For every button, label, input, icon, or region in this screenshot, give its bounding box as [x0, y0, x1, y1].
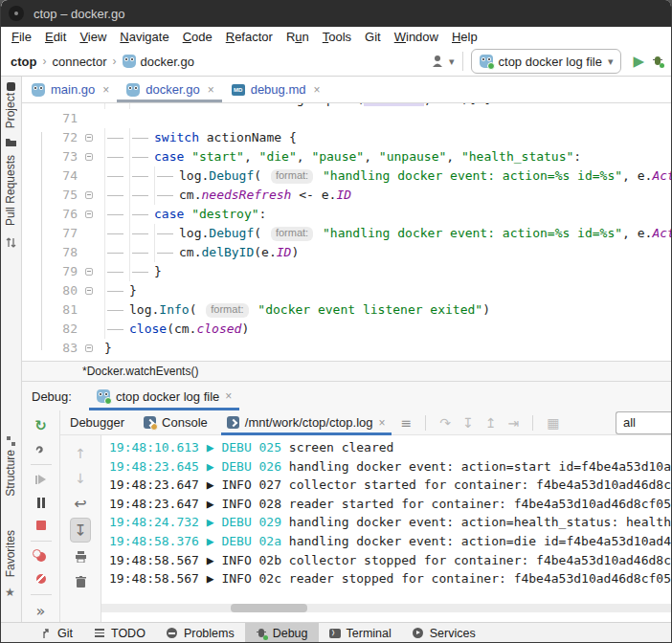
breadcrumb-folder[interactable]: connector — [52, 55, 106, 69]
gutter-line[interactable]: 77 — [22, 224, 104, 243]
tool-button-project[interactable]: Project — [4, 93, 17, 128]
horizontal-scrollbar[interactable] — [101, 604, 672, 612]
run-button[interactable]: ▶ — [633, 53, 644, 70]
statusbar-services[interactable]: Services — [402, 623, 486, 643]
fold-marker-icon[interactable] — [85, 287, 93, 295]
more-icon[interactable]: » — [22, 599, 59, 622]
fold-marker-icon[interactable] — [85, 153, 93, 161]
statusbar-problems[interactable]: Problems — [156, 623, 245, 643]
soft-wrap-icon[interactable]: ↩ — [74, 493, 86, 514]
resume-icon[interactable] — [22, 468, 59, 491]
statusbar-todo[interactable]: TODO — [83, 623, 156, 643]
tab-debugger[interactable]: Debugger — [60, 410, 134, 435]
down-arrow-icon[interactable]: ↓ — [75, 468, 86, 489]
tab-debug-md[interactable]: MD debug.md × — [222, 77, 328, 102]
print-icon[interactable] — [75, 546, 87, 567]
evaluate-expression-icon[interactable]: ▦ — [541, 415, 565, 431]
up-arrow-icon[interactable]: ↑ — [75, 443, 86, 464]
ide-window: ctop – docker.go FileEditViewNavigateCod… — [0, 0, 672, 643]
breadcrumb-file[interactable]: docker.go — [141, 55, 194, 69]
gutter-line[interactable]: 73 — [22, 147, 104, 166]
settings-wrench-icon[interactable] — [22, 437, 59, 460]
close-icon[interactable]: × — [313, 83, 320, 97]
pause-icon[interactable] — [22, 491, 59, 514]
tab-whitespace — [104, 320, 129, 339]
close-icon[interactable]: × — [378, 416, 385, 430]
close-icon[interactable]: × — [102, 83, 109, 97]
gutter-line[interactable]: 80 — [22, 281, 104, 300]
layout-menu-icon[interactable]: ≡ — [395, 415, 418, 431]
step-out-icon[interactable]: ↥ — [480, 415, 503, 431]
menu-navigate[interactable]: Navigate — [113, 30, 175, 44]
fold-marker-icon[interactable] — [85, 191, 93, 199]
tool-button-structure[interactable]: Structure — [4, 450, 17, 497]
gutter-line[interactable]: 83 — [22, 339, 104, 358]
tab-main-go[interactable]: main.go × — [22, 77, 117, 102]
view-breakpoints-icon[interactable] — [22, 545, 59, 568]
mute-breakpoints-icon[interactable] — [22, 567, 59, 590]
log-message: collector stopped for container: f4be4a5… — [289, 553, 672, 567]
inlay-hint: format: — [206, 303, 248, 318]
users-dropdown-icon[interactable]: ▾ — [449, 55, 455, 68]
gutter-line[interactable]: 74 — [22, 166, 104, 186]
tab-console[interactable]: Console — [134, 410, 217, 435]
code-editor[interactable]: 7172737475767778798081828384 actionName … — [22, 103, 672, 361]
gutter-line[interactable]: 72 — [22, 128, 104, 147]
fold-marker-icon[interactable] — [85, 211, 93, 218]
menu-git[interactable]: Git — [358, 30, 388, 44]
fold-marker-icon[interactable] — [85, 344, 93, 352]
gutter-line[interactable]: 76 — [22, 205, 104, 224]
gutter-line[interactable]: 79 — [22, 262, 104, 281]
title-bar[interactable]: ctop – docker.go — [1, 0, 672, 27]
menu-file[interactable]: File — [5, 30, 38, 44]
menu-code[interactable]: Code — [176, 30, 219, 44]
tool-window-icon[interactable] — [7, 82, 15, 91]
breadcrumb-project[interactable]: ctop — [11, 55, 36, 69]
menu-window[interactable]: Window — [388, 30, 445, 44]
step-over-icon[interactable]: ↷ — [434, 415, 457, 431]
menu-refactor[interactable]: Refactor — [219, 30, 280, 44]
scrollbar-thumb[interactable] — [231, 604, 307, 612]
tab-whitespace — [104, 281, 129, 300]
stop-icon[interactable] — [22, 514, 59, 537]
run-configuration-select[interactable]: ctop docker log file ▾ — [471, 49, 622, 74]
editor-code-area[interactable]: actionName := strings.Split(e.Action, ":… — [104, 103, 672, 361]
editor-gutter[interactable]: 7172737475767778798081828384 — [22, 103, 104, 361]
gutter-line[interactable]: 75 — [22, 186, 104, 205]
debug-session-tab[interactable]: ctop docker log file × — [89, 382, 239, 410]
run-to-cursor-icon[interactable]: ⇥ — [502, 415, 525, 431]
fold-marker-icon[interactable] — [85, 134, 93, 142]
gutter-line[interactable]: 81 — [22, 300, 104, 320]
debug-button[interactable] — [652, 55, 663, 67]
rerun-icon[interactable]: ↻ — [22, 414, 59, 437]
tab-log-file[interactable]: /mnt/work/ctop/ctop.log × — [217, 410, 395, 435]
fold-marker-icon[interactable] — [85, 268, 93, 276]
statusbar-debug[interactable]: Debug — [245, 623, 319, 643]
method-breadcrumb[interactable]: *Docker.watchEvents() — [82, 365, 198, 378]
line-number: 75 — [22, 186, 78, 205]
tab-docker-go[interactable]: docker.go × — [117, 77, 221, 102]
tab-whitespace — [129, 205, 154, 224]
close-icon[interactable]: × — [208, 83, 214, 97]
inlay-hint: format: — [271, 169, 313, 184]
statusbar-terminal[interactable]: Terminal — [319, 623, 402, 643]
gutter-line[interactable]: 82 — [22, 320, 104, 339]
statusbar-git[interactable]: Git — [30, 623, 83, 643]
menu-help[interactable]: Help — [445, 30, 484, 44]
tool-button-favorites[interactable]: Favorites — [4, 530, 17, 577]
line-number: 79 — [22, 262, 78, 281]
gutter-line[interactable]: 71 — [22, 109, 104, 128]
trash-icon[interactable] — [76, 571, 86, 592]
menu-tools[interactable]: Tools — [316, 30, 358, 44]
scroll-to-end-icon[interactable]: ↧ — [70, 518, 90, 543]
menu-run[interactable]: Run — [280, 30, 316, 44]
console-log[interactable]: 19:48:10.613 ▶ DEBU 025 screen cleared19… — [101, 435, 672, 622]
tool-button-pull-requests[interactable]: Pull Requests — [4, 155, 17, 226]
log-level-filter-select[interactable]: all — [616, 411, 672, 434]
close-icon[interactable]: × — [225, 389, 232, 403]
users-icon[interactable] — [432, 55, 447, 68]
gutter-line[interactable]: 78 — [22, 243, 104, 262]
menu-edit[interactable]: Edit — [38, 30, 73, 44]
step-into-icon[interactable]: ↧ — [457, 415, 480, 431]
menu-view[interactable]: View — [73, 30, 113, 44]
